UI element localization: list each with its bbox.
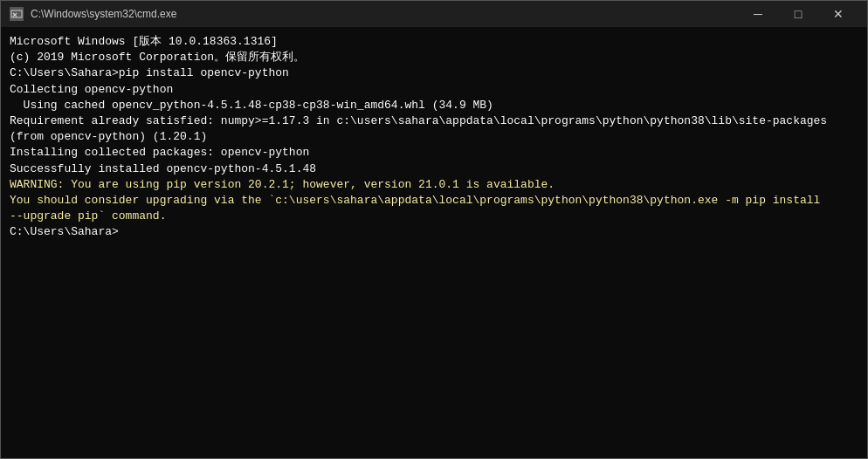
window-wrapper: C:\Windows\system32\cmd.exe ─ □ ✕ Micros… xyxy=(0,0,868,459)
terminal-line: --upgrade pip` command. xyxy=(10,209,858,224)
cmd-window: C:\Windows\system32\cmd.exe ─ □ ✕ Micros… xyxy=(0,0,868,459)
terminal-line: Requirement already satisfied: numpy>=1.… xyxy=(10,113,858,129)
terminal-line: Using cached opencv_python-4.5.1.48-cp38… xyxy=(10,98,858,113)
terminal-line: Successfully installed opencv-python-4.5… xyxy=(10,161,858,177)
terminal-line: Collecting opencv-python xyxy=(10,82,858,98)
terminal-line: WARNING: You are using pip version 20.2.… xyxy=(10,177,858,193)
maximize-button[interactable]: □ xyxy=(778,1,818,27)
terminal-line: C:\Users\Sahara>pip install opencv-pytho… xyxy=(10,65,858,81)
terminal-line: Installing collected packages: opencv-py… xyxy=(10,145,858,161)
titlebar-left: C:\Windows\system32\cmd.exe xyxy=(10,7,176,21)
terminal-line: (from opencv-python) (1.20.1) xyxy=(10,129,858,145)
terminal-line: (c) 2019 Microsoft Corporation。保留所有权利。 xyxy=(10,50,858,65)
terminal-line: Microsoft Windows [版本 10.0.18363.1316] xyxy=(10,34,858,50)
minimize-button[interactable]: ─ xyxy=(738,1,778,27)
titlebar-controls: ─ □ ✕ xyxy=(738,1,858,27)
terminal-line: C:\Users\Sahara> xyxy=(10,224,858,240)
terminal-body[interactable]: Microsoft Windows [版本 10.0.18363.1316](c… xyxy=(1,27,867,458)
window-title: C:\Windows\system32\cmd.exe xyxy=(31,8,176,20)
terminal-line: You should consider upgrading via the `c… xyxy=(10,193,858,209)
cmd-icon xyxy=(10,7,24,21)
titlebar: C:\Windows\system32\cmd.exe ─ □ ✕ xyxy=(1,1,867,27)
close-button[interactable]: ✕ xyxy=(818,1,858,27)
